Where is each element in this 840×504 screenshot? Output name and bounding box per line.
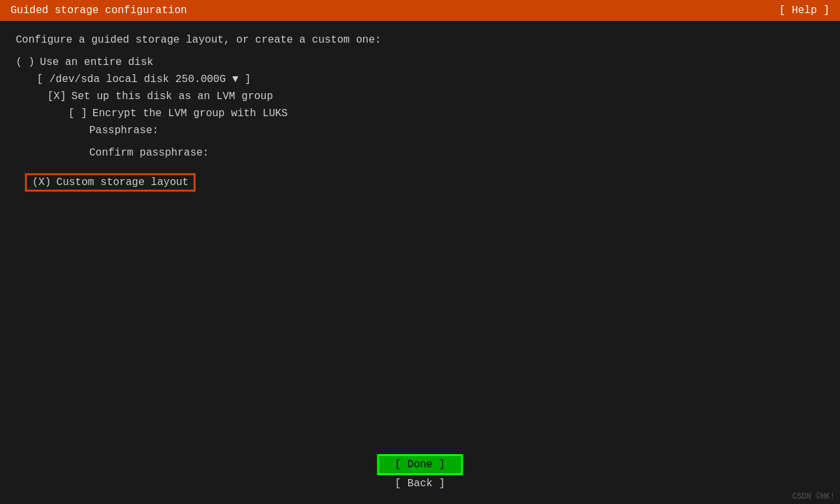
use-entire-disk-radio: ( ) bbox=[16, 56, 35, 68]
custom-storage-option[interactable]: (X) Custom storage layout bbox=[26, 175, 194, 190]
encrypt-luks-checkbox: [ ] bbox=[68, 108, 87, 119]
encrypt-luks-option[interactable]: [ ] Encrypt the LVM group with LUKS bbox=[68, 108, 824, 119]
setup-lvm-label: Set up this disk as an LVM group bbox=[72, 91, 273, 102]
encrypt-luks-label: Encrypt the LVM group with LUKS bbox=[93, 108, 288, 119]
main-content: Configure a guided storage layout, or cr… bbox=[0, 21, 840, 203]
disk-selector[interactable]: [ /dev/sda local disk 250.000G ▼ ] bbox=[37, 74, 824, 85]
help-button[interactable]: [ Help ] bbox=[779, 5, 830, 16]
title-bar: Guided storage configuration [ Help ] bbox=[0, 0, 840, 21]
setup-lvm-checkbox: [X] bbox=[47, 91, 66, 102]
bottom-buttons: [ Done ] [ Back ] bbox=[379, 455, 462, 491]
subtitle: Configure a guided storage layout, or cr… bbox=[16, 34, 824, 46]
window-title: Guided storage configuration bbox=[10, 5, 187, 16]
confirm-passphrase-field[interactable]: Confirm passphrase: bbox=[89, 147, 824, 159]
use-entire-disk-option[interactable]: ( ) Use an entire disk bbox=[16, 56, 824, 68]
passphrase-field[interactable]: Passphrase: bbox=[89, 125, 824, 136]
use-entire-disk-label: Use an entire disk bbox=[40, 56, 154, 68]
custom-storage-radio: (X) bbox=[32, 177, 51, 188]
watermark: CSDN ©HK! bbox=[792, 492, 835, 501]
done-button[interactable]: [ Done ] bbox=[379, 455, 462, 474]
setup-lvm-option[interactable]: [X] Set up this disk as an LVM group bbox=[47, 91, 824, 102]
passphrase-label: Passphrase: bbox=[89, 125, 159, 136]
confirm-passphrase-label: Confirm passphrase: bbox=[89, 147, 209, 159]
custom-storage-label: Custom storage layout bbox=[56, 177, 189, 188]
back-button[interactable]: [ Back ] bbox=[379, 476, 461, 491]
